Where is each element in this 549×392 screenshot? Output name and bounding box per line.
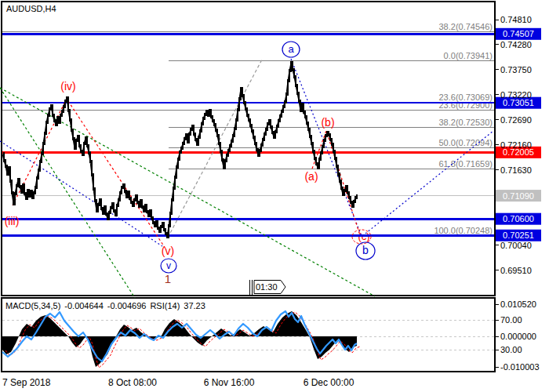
price-axis-tick-label: 0.70040 [500, 241, 532, 250]
green-trendline-shallow[interactable] [0, 88, 375, 296]
date-label: 7 Sep 2018 [2, 377, 51, 388]
indicator-axis-tick-label: 0.010520 [500, 299, 536, 309]
fib-level-label: 50.0(0.72094) [439, 138, 493, 147]
indicator-label: MACD(5,34,5)-0.004644-0.004696RSI(14)37.… [5, 301, 209, 310]
candlestick-bars [4, 61, 357, 238]
blue-forecast-down[interactable] [291, 59, 362, 236]
chart-window: 0.0(0.73941)23.6(0.73069)38.2(0.72530)50… [0, 0, 549, 392]
symbol-label: AUDUSD,H4 [6, 4, 56, 13]
fib-level-label: 23.6(0.72900) [439, 100, 493, 110]
price-axis-tick-label: 0.74810 [500, 15, 532, 24]
price-axis-tick-label: 0.74280 [500, 40, 532, 49]
date-label: 8 Oct 08:00 [108, 377, 157, 388]
rsi-value: 37.23 [184, 301, 205, 310]
indicator-axis-tick-label: 0.000000 [500, 332, 536, 341]
fib-level-label: 61.8(0.71659) [439, 159, 493, 169]
circled-wave-letter: b [362, 244, 369, 256]
wave-label[interactable]: (iii) [5, 215, 20, 227]
red-wave-path-left[interactable] [13, 99, 165, 249]
price-axis-tick-label: 0.72690 [500, 115, 532, 125]
circled-wave-letter: v [166, 260, 171, 271]
wave-label[interactable]: (a) [304, 170, 318, 183]
wave-label[interactable]: (v) [162, 245, 174, 257]
fib-level-label: 100.0(0.70248) [434, 226, 493, 235]
blue-forecast-up[interactable] [362, 131, 493, 236]
price-badge-label: 0.70600 [503, 214, 534, 223]
price-badge-label: 0.73051 [503, 98, 534, 107]
indicator-axis-tick-label: 30.00 [500, 345, 522, 354]
date-label: 6 Dec 00:00 [304, 377, 354, 388]
price-badge-label: 0.70251 [503, 230, 534, 240]
price-badge-label: 0.71090 [503, 191, 534, 201]
indicator-axis-tick-label: 70.00 [500, 315, 522, 325]
signal-value: -0.004696 [107, 301, 147, 310]
indicator-axis-tick-label: -0.010003 [500, 362, 540, 372]
fib-level-label: 38.2(0.74546) [439, 22, 493, 31]
price-badge-label: 0.74507 [503, 29, 534, 38]
rsi-name: RSI(14) [150, 301, 180, 310]
date-label: 6 Nov 16:00 [204, 377, 255, 388]
bar-timer-label: 01:30 [256, 282, 278, 292]
price-axis-tick-label: 0.69510 [500, 266, 532, 275]
fib-level-label: 0.0(0.73941) [444, 51, 493, 60]
price-axis-tick-label: 0.73220 [500, 90, 532, 100]
green-trendline-steep[interactable] [0, 88, 135, 298]
price-axis-tick-label: 0.71630 [500, 165, 532, 175]
circled-wave-letter: a [288, 43, 294, 55]
indicator-name: MACD(5,34,5) [5, 301, 60, 310]
price-axis-tick-label: 0.72160 [500, 140, 532, 150]
macd-signal-line [5, 312, 360, 368]
wave-label[interactable]: (iv) [60, 80, 75, 93]
macd-value: -0.004644 [64, 301, 104, 310]
fib-level-label: 38.2(0.72530) [439, 118, 493, 127]
price-line-path [2, 63, 357, 237]
price-axis-tick-label: 0.73750 [500, 65, 532, 74]
wave-label[interactable]: (b) [321, 116, 334, 129]
wave-label[interactable]: 1 [165, 272, 171, 285]
chart-canvas[interactable]: 0.0(0.73941)23.6(0.73069)38.2(0.72530)50… [0, 0, 549, 392]
